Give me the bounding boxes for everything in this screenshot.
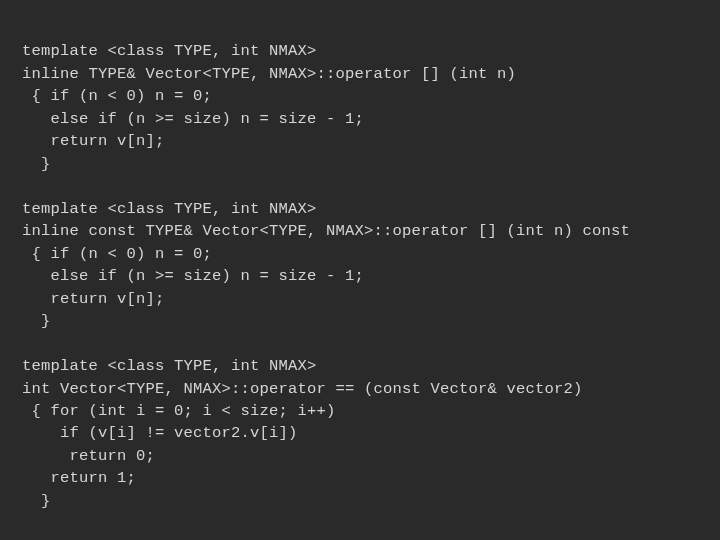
code-block: template <class TYPE, int NMAX> inline T… [0, 0, 720, 530]
code-line: else if (n >= size) n = size - 1; [22, 110, 364, 128]
code-line: else if (n >= size) n = size - 1; [22, 267, 364, 285]
code-line: } [22, 492, 51, 510]
code-line: template <class TYPE, int NMAX> [22, 357, 317, 375]
code-line: if (v[i] != vector2.v[i]) [22, 424, 298, 442]
code-line: { if (n < 0) n = 0; [22, 245, 212, 263]
code-line: return v[n]; [22, 290, 165, 308]
code-line: inline const TYPE& Vector<TYPE, NMAX>::o… [22, 222, 630, 240]
code-line: return 1; [22, 469, 136, 487]
code-line: { if (n < 0) n = 0; [22, 87, 212, 105]
code-line: inline TYPE& Vector<TYPE, NMAX>::operato… [22, 65, 516, 83]
code-line: template <class TYPE, int NMAX> [22, 42, 317, 60]
code-line: { for (int i = 0; i < size; i++) [22, 402, 336, 420]
code-line: template <class TYPE, int NMAX> [22, 200, 317, 218]
code-line: } [22, 155, 51, 173]
code-line: return 0; [22, 447, 155, 465]
code-line: int Vector<TYPE, NMAX>::operator == (con… [22, 380, 583, 398]
code-line: } [22, 312, 51, 330]
code-line: return v[n]; [22, 132, 165, 150]
